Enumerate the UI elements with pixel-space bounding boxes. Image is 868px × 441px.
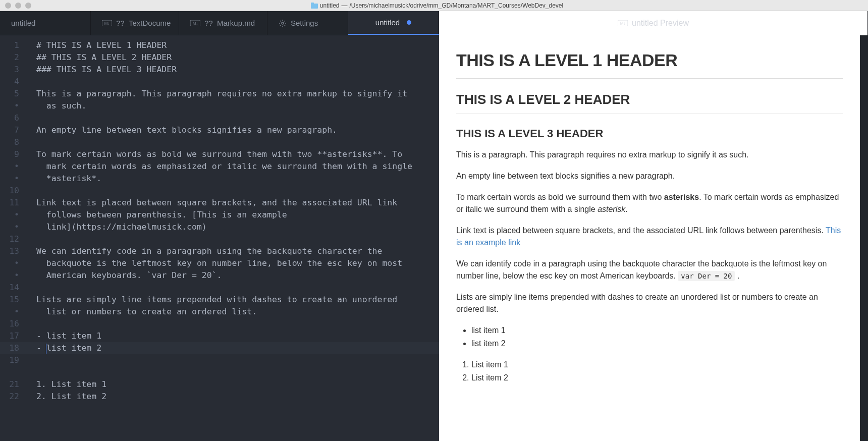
line-number: 2: [0, 51, 26, 64]
preview-h1: THIS IS A LEVEL 1 HEADER: [456, 47, 843, 79]
preview-paragraph: To mark certain words as bold we surroun…: [456, 191, 843, 215]
code-line[interactable]: [36, 112, 439, 124]
code-line[interactable]: list or numbers to create an ordered lis…: [36, 306, 439, 318]
code-line[interactable]: Link text is placed between square brack…: [36, 197, 439, 209]
line-number: •: [0, 306, 26, 318]
preview-paragraph: Lists are simply line items prepended wi…: [456, 291, 843, 315]
code-line[interactable]: [36, 366, 439, 378]
code-line[interactable]: An empty line between text blocks signif…: [36, 124, 439, 136]
line-number: 18: [0, 342, 26, 354]
line-number: 8: [0, 136, 26, 148]
line-number: 7: [0, 124, 26, 136]
tab-settings[interactable]: Settings: [267, 11, 348, 35]
code-line[interactable]: 1. List item 1: [36, 378, 439, 391]
line-number: [0, 366, 26, 378]
code-line[interactable]: [36, 233, 439, 245]
line-number: 15: [0, 294, 26, 306]
zoom-window-button[interactable]: [25, 3, 31, 9]
code-line[interactable]: - list item 1: [36, 330, 439, 342]
preview-italic: asterisk: [598, 205, 625, 213]
code-line[interactable]: - list item 2: [36, 342, 439, 354]
window-title-file: untitled: [320, 2, 340, 9]
markdown-preview-pane[interactable]: THIS IS A LEVEL 1 HEADER THIS IS A LEVEL…: [439, 35, 860, 441]
tab-label: untitled: [375, 18, 400, 27]
minimize-window-button[interactable]: [15, 3, 21, 9]
line-number: 19: [0, 354, 26, 366]
tab-label: ??_Markup.md: [204, 19, 255, 27]
preview-unordered-list: list item 1 list item 2: [471, 324, 843, 350]
tab-untitled-active[interactable]: untitled: [348, 11, 439, 35]
editor-pane[interactable]: 12345•6789••1011••1213••1415•16171819212…: [0, 35, 439, 441]
list-item: List item 1: [471, 359, 843, 371]
svg-text:M↓: M↓: [620, 21, 626, 26]
dirty-indicator-icon: [407, 20, 411, 25]
preview-h2: THIS IS A LEVEL 2 HEADER: [456, 90, 843, 114]
code-line[interactable]: mark certain words as emphasized or ital…: [36, 160, 439, 173]
line-number: 16: [0, 318, 26, 330]
window-title: untitled — /Users/michaelmusick/odrive/m…: [36, 2, 838, 9]
line-number: •: [0, 160, 26, 173]
svg-text:M↓: M↓: [104, 21, 110, 26]
line-number: 12: [0, 233, 26, 245]
code-line[interactable]: link](https://michaelmusick.com): [36, 221, 439, 233]
line-number: 6: [0, 112, 26, 124]
line-number: 1: [0, 39, 26, 51]
preview-paragraph: Link text is placed between square brack…: [456, 225, 843, 249]
line-number: 9: [0, 148, 26, 160]
preview-paragraph: We can identify code in a paragraph usin…: [456, 258, 843, 282]
code-area[interactable]: # THIS IS A LEVEL 1 HEADER## THIS IS A L…: [26, 35, 439, 441]
tab-untitled-1[interactable]: untitled: [0, 11, 91, 35]
tab-markup-md[interactable]: M↓ ??_Markup.md: [179, 11, 267, 35]
code-line[interactable]: follows between parenthesis. [This is an…: [36, 209, 439, 221]
svg-rect-1: [311, 3, 314, 5]
code-line[interactable]: [36, 318, 439, 330]
markdown-icon: M↓: [618, 20, 628, 26]
preview-scrollbar[interactable]: [860, 35, 868, 441]
code-line[interactable]: [36, 354, 439, 366]
tab-bar: untitled M↓ ??_TextDocume M↓ ??_Markup.m…: [0, 11, 868, 35]
markdown-icon: M↓: [190, 20, 200, 26]
window-title-sep: —: [342, 2, 348, 9]
code-line[interactable]: [36, 282, 439, 294]
line-number: •: [0, 221, 26, 233]
code-line[interactable]: ### THIS IS A LEVEL 3 HEADER: [36, 64, 439, 76]
preview-paragraph: An empty line between text blocks signif…: [456, 170, 843, 182]
line-number: •: [0, 269, 26, 282]
code-line[interactable]: [36, 76, 439, 88]
code-line[interactable]: [36, 185, 439, 197]
close-window-button[interactable]: [5, 3, 11, 9]
line-number: 22: [0, 391, 26, 403]
gear-icon: [279, 19, 287, 27]
line-number: 4: [0, 76, 26, 88]
code-line[interactable]: 2. List item 2: [36, 391, 439, 403]
line-number: 21: [0, 378, 26, 391]
line-number: 14: [0, 282, 26, 294]
preview-inline-code: var Der = 20: [678, 271, 735, 281]
line-number: 17: [0, 330, 26, 342]
svg-point-6: [282, 22, 284, 24]
tab-label: ??_TextDocume: [116, 19, 171, 27]
preview-h3: THIS IS A LEVEL 3 HEADER: [456, 125, 843, 142]
code-line[interactable]: as such.: [36, 100, 439, 112]
code-line[interactable]: # THIS IS A LEVEL 1 HEADER: [36, 39, 439, 51]
code-line[interactable]: To mark certain words as bold we surroun…: [36, 148, 439, 160]
line-number: •: [0, 209, 26, 221]
tab-textdocument[interactable]: M↓ ??_TextDocume: [91, 11, 179, 35]
code-line[interactable]: *asterisk*.: [36, 173, 439, 185]
preview-ordered-list: List item 1 List item 2: [471, 359, 843, 384]
preview-bold: asterisks: [664, 193, 699, 201]
line-number: 10: [0, 185, 26, 197]
list-item: list item 2: [471, 338, 843, 350]
code-line[interactable]: backquote is the leftmost key on number …: [36, 257, 439, 269]
code-line[interactable]: This is a paragraph. This paragraph requ…: [36, 88, 439, 100]
tab-label: Settings: [291, 19, 318, 27]
line-number: 13: [0, 245, 26, 257]
window-title-path: /Users/michaelmusick/odrive/mm_GD/Montan…: [350, 2, 564, 9]
code-line[interactable]: Lists are simply line items prepended wi…: [36, 294, 439, 306]
markdown-icon: M↓: [102, 20, 112, 26]
tab-preview[interactable]: M↓ untitled Preview: [439, 11, 868, 35]
code-line[interactable]: American keyboards. `var Der = 20`.: [36, 269, 439, 282]
code-line[interactable]: [36, 136, 439, 148]
code-line[interactable]: We can identify code in a paragraph usin…: [36, 245, 439, 257]
code-line[interactable]: ## THIS IS A LEVEL 2 HEADER: [36, 51, 439, 64]
